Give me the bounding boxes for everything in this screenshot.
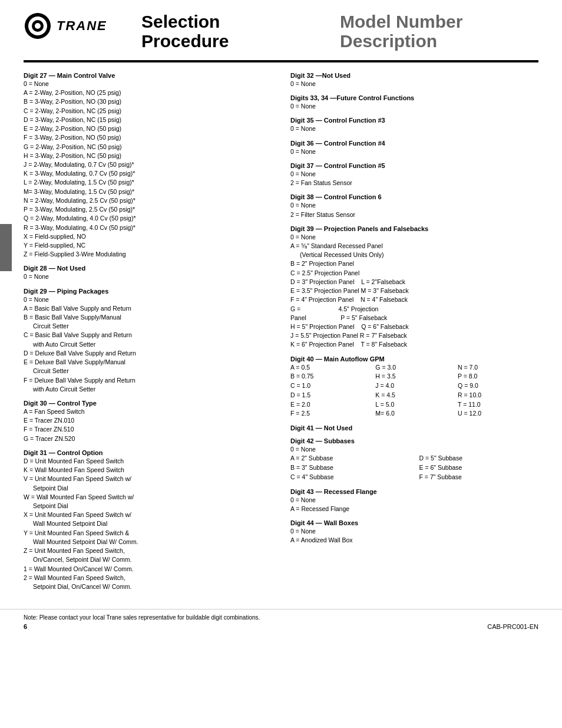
list-item: F = Tracer ZN.510	[24, 425, 272, 434]
digit-31-section: Digit 31 — Control Option D = Unit Mount…	[24, 449, 272, 591]
selection-procedure-block: Selection Procedure	[118, 12, 340, 51]
list-item: K = Wall Mounted Fan Speed Switch	[24, 466, 272, 475]
list-item: G = 3.0	[375, 363, 453, 373]
list-item: F = 7" Subbase	[419, 473, 539, 482]
list-item: E = 2-Way, 2-Position, NO (50 psig)	[24, 124, 272, 133]
list-item: M= 6.0	[375, 409, 453, 419]
list-item: N = 7.0	[458, 363, 538, 373]
list-item: Y = Field-supplied, NC	[24, 241, 272, 250]
list-item: 2 = Wall Mounted Fan Speed Switch,	[24, 574, 272, 582]
list-item: P = 8.0	[458, 372, 538, 381]
list-item: C = Basic Ball Valve Supply and Return	[24, 331, 272, 340]
footer-doc-number: CAB-PRC001-EN	[487, 623, 538, 630]
header: TRANE Selection Procedure Model Number D…	[0, 0, 562, 51]
list-item: C = 4" Subbase	[290, 473, 410, 482]
list-item: A = 0.5	[290, 363, 371, 373]
digit-43-title: Digit 43 — Recessed Flange	[290, 488, 538, 495]
digit-44-section: Digit 44 — Wall Boxes 0 = None A = Anodi…	[290, 519, 538, 545]
selection-procedure-title: Selection Procedure	[141, 12, 340, 51]
list-item: F = Deluxe Ball Valve Supply and Return	[24, 376, 272, 385]
list-item: H = 5" Projection Panel Q = 6" Falseback	[290, 322, 538, 331]
trane-logo-text: TRANE	[57, 18, 107, 34]
list-item: F = 3-Way, 2-Position, NO (50 psig)	[24, 133, 272, 142]
digit-42-title: Digit 42 — Subbases	[290, 437, 538, 444]
list-item: F = 4" Projection Panel N = 4" Falseback	[290, 295, 538, 304]
list-item: Q = 9.0	[458, 381, 538, 391]
list-item: E = 3.5" Projection Panel M = 3" Falseba…	[290, 286, 538, 295]
digit-39-section: Digit 39 — Projection Panels and Falseba…	[290, 225, 538, 350]
list-item: Setpoint Dial	[24, 484, 272, 493]
list-item: 0 = None	[290, 80, 538, 88]
trane-logo-icon	[24, 12, 52, 40]
list-item: A = Recessed Flange	[290, 505, 538, 513]
list-item: B = 0.75	[290, 372, 371, 381]
side-tab	[0, 224, 12, 271]
list-item: A = Fan Speed Switch	[24, 407, 272, 416]
list-item: E = 2.0	[290, 400, 371, 410]
digit-39-title: Digit 39 — Projection Panels and Falseba…	[290, 225, 538, 232]
list-item: E = 6" Subbase	[419, 463, 539, 473]
main-content: Digit 27 — Main Control Valve 0 = None A…	[0, 72, 562, 597]
list-item: X = Field-supplied, NO	[24, 232, 272, 241]
list-item: N = 2-Way, Modulating, 2.5 Cv (50 psig)*	[24, 196, 272, 205]
list-item: A = Anodized Wall Box	[290, 536, 538, 545]
subbases-table: A = 2" SubbaseD = 5" Subbase B = 3" Subb…	[290, 454, 538, 482]
digit-44-title: Digit 44 — Wall Boxes	[290, 519, 538, 526]
list-item: K = 6" Projection Panel T = 8" Falseback	[290, 340, 538, 349]
model-number-desc-block: Model Number Description	[340, 12, 538, 51]
digit-28-section: Digit 28 — Not Used 0 = None	[24, 265, 272, 281]
header-titles: Selection Procedure Model Number Descrip…	[118, 12, 538, 51]
list-item: 1 = Wall Mounted On/Cancel W/ Comm.	[24, 565, 272, 574]
list-item: B = 2" Projection Panel	[290, 259, 538, 268]
digit-43-section: Digit 43 — Recessed Flange 0 = None A = …	[290, 488, 538, 513]
list-item: 0 = None	[290, 496, 538, 505]
list-item: H = 3.5	[375, 372, 453, 381]
list-item: A = 2" Subbase	[290, 454, 410, 463]
list-item: J = 2-Way, Modulating, 0.7 Cv (50 psig)*	[24, 160, 272, 169]
digit-27-items: 0 = None A = 2-Way, 2-Position, NO (25 p…	[24, 80, 272, 259]
footer: Note: Please contact your local Trane sa…	[0, 609, 562, 630]
list-item: V = Unit Mounted Fan Speed Switch w/	[24, 475, 272, 483]
digit-35-section: Digit 35 — Control Function #3 0 = None	[290, 117, 538, 133]
list-item: 0 = None	[24, 295, 272, 304]
digit-29-section: Digit 29 — Piping Packages 0 = None A = …	[24, 288, 272, 394]
list-item: R = 10.0	[458, 391, 538, 400]
digit-30-title: Digit 30 — Control Type	[24, 400, 272, 407]
list-item: T = 11.0	[458, 400, 538, 410]
list-item: A = Basic Ball Valve Supply and Return	[24, 304, 272, 313]
digit-32-title: Digit 32 —Not Used	[290, 72, 538, 79]
list-item: J = 5.5" Projection Panel R = 7" Falseba…	[290, 331, 538, 340]
gpm-table: A = 0.5G = 3.0N = 7.0 B = 0.75H = 3.5P =…	[290, 363, 538, 419]
digit-27-title: Digit 27 — Main Control Valve	[24, 72, 272, 79]
list-item: Circuit Setter	[24, 322, 272, 331]
list-item: G = Tracer ZN.520	[24, 434, 272, 443]
list-item: Z = Unit Mounted Fan Speed Switch,	[24, 546, 272, 555]
digit-30-section: Digit 30 — Control Type A = Fan Speed Sw…	[24, 400, 272, 443]
list-item: X = Unit Mounted Fan Speed Switch w/	[24, 510, 272, 519]
list-item: Z = Field-Supplied 3-Wire Modulating	[24, 250, 272, 259]
list-item: Q = 2-Way, Modulating, 4.0 Cv (50 psig)*	[24, 214, 272, 223]
digit-29-title: Digit 29 — Piping Packages	[24, 288, 272, 295]
list-item: with Auto Circuit Setter	[24, 340, 272, 349]
digit-41-section: Digit 41 — Not Used	[290, 424, 538, 431]
list-item: A = ⁵⁄₈" Standard Recessed Panel	[290, 242, 538, 251]
list-item: C = 2.5" Projection Panel	[290, 269, 538, 278]
digit-40-title: Digit 40 — Main Autoflow GPM	[290, 355, 538, 363]
list-item: J = 4.0	[375, 381, 453, 391]
digits-33-34-section: Digits 33, 34 —Future Control Functions …	[290, 94, 538, 111]
logo-area: TRANE	[24, 12, 118, 40]
list-item: L = 2-Way, Modulating, 1.5 Cv (50 psig)*	[24, 178, 272, 187]
list-item: (Vertical Recessed Units Only)	[290, 251, 538, 259]
list-item: E = Deluxe Ball Valve Supply/Manual	[24, 358, 272, 367]
list-item: G = 4.5" Projection	[290, 305, 538, 314]
list-item: Wall Mounted Setpoint Dial W/ Comm.	[24, 538, 272, 546]
list-item: D = 1.5	[290, 391, 371, 400]
list-item: Panel P = 5" Falseback	[290, 314, 538, 322]
list-item: B = 3" Subbase	[290, 463, 410, 473]
list-item: 0 = None	[290, 527, 538, 536]
digit-32-section: Digit 32 —Not Used 0 = None	[290, 72, 538, 88]
digit-38-title: Digit 38 — Control Function 6	[290, 193, 538, 200]
digits-33-34-title: Digits 33, 34 —Future Control Functions	[290, 94, 538, 101]
list-item: Circuit Setter	[24, 367, 272, 375]
list-item: C = 1.0	[290, 381, 371, 391]
